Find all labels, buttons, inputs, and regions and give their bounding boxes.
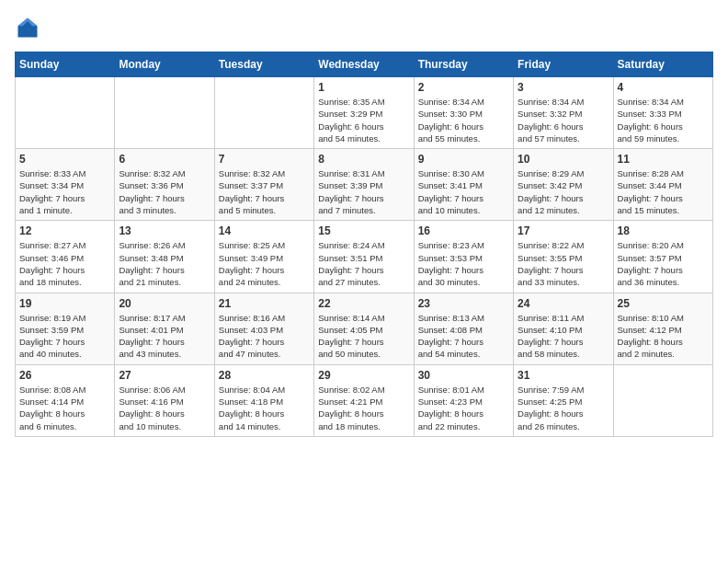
calendar-day-cell: 25Sunrise: 8:10 AM Sunset: 4:12 PM Dayli… [613, 293, 712, 364]
logo-icon [15, 15, 40, 40]
calendar-table: SundayMondayTuesdayWednesdayThursdayFrid… [15, 52, 713, 437]
day-number: 3 [518, 81, 609, 94]
day-number: 25 [618, 297, 709, 310]
day-info: Sunrise: 8:06 AM Sunset: 4:16 PM Dayligh… [119, 384, 210, 432]
day-number: 10 [518, 153, 609, 166]
calendar-day-cell: 7Sunrise: 8:32 AM Sunset: 3:37 PM Daylig… [214, 149, 313, 221]
day-number: 6 [119, 153, 210, 166]
calendar-day-cell: 3Sunrise: 8:34 AM Sunset: 3:32 PM Daylig… [514, 77, 613, 149]
day-info: Sunrise: 8:26 AM Sunset: 3:48 PM Dayligh… [119, 239, 210, 288]
calendar-day-cell: 28Sunrise: 8:04 AM Sunset: 4:18 PM Dayli… [214, 364, 313, 436]
day-number: 9 [418, 153, 509, 166]
day-info: Sunrise: 8:32 AM Sunset: 3:36 PM Dayligh… [119, 167, 210, 216]
day-info: Sunrise: 8:10 AM Sunset: 4:12 PM Dayligh… [618, 312, 709, 361]
day-info: Sunrise: 8:32 AM Sunset: 3:37 PM Dayligh… [219, 167, 310, 216]
day-of-week-header: Friday [514, 52, 613, 77]
day-number: 24 [518, 297, 609, 310]
calendar-day-cell: 21Sunrise: 8:16 AM Sunset: 4:03 PM Dayli… [214, 293, 313, 364]
calendar-day-cell [613, 364, 712, 436]
page-header [15, 15, 713, 40]
day-number: 5 [19, 153, 110, 166]
day-info: Sunrise: 8:25 AM Sunset: 3:49 PM Dayligh… [219, 239, 310, 288]
day-of-week-header: Saturday [613, 52, 712, 77]
calendar-day-cell: 29Sunrise: 8:02 AM Sunset: 4:21 PM Dayli… [314, 364, 414, 436]
calendar-day-cell: 8Sunrise: 8:31 AM Sunset: 3:39 PM Daylig… [314, 149, 414, 221]
day-info: Sunrise: 8:13 AM Sunset: 4:08 PM Dayligh… [418, 312, 509, 361]
day-number: 27 [119, 369, 210, 382]
day-number: 19 [19, 297, 110, 310]
day-number: 15 [318, 224, 409, 237]
calendar-day-cell: 16Sunrise: 8:23 AM Sunset: 3:53 PM Dayli… [414, 221, 513, 293]
calendar-week-row: 5Sunrise: 8:33 AM Sunset: 3:34 PM Daylig… [16, 149, 713, 221]
day-info: Sunrise: 8:34 AM Sunset: 3:33 PM Dayligh… [618, 96, 709, 144]
calendar-day-cell: 15Sunrise: 8:24 AM Sunset: 3:51 PM Dayli… [314, 221, 414, 293]
day-number: 4 [618, 81, 709, 94]
day-of-week-header: Wednesday [314, 52, 414, 77]
calendar-week-row: 12Sunrise: 8:27 AM Sunset: 3:46 PM Dayli… [16, 221, 713, 293]
day-number: 17 [518, 224, 609, 237]
day-info: Sunrise: 8:34 AM Sunset: 3:32 PM Dayligh… [518, 96, 609, 144]
calendar-day-cell: 27Sunrise: 8:06 AM Sunset: 4:16 PM Dayli… [115, 364, 214, 436]
calendar-header-row: SundayMondayTuesdayWednesdayThursdayFrid… [16, 52, 713, 77]
calendar-day-cell: 20Sunrise: 8:17 AM Sunset: 4:01 PM Dayli… [115, 293, 214, 364]
day-info: Sunrise: 8:23 AM Sunset: 3:53 PM Dayligh… [418, 239, 509, 288]
calendar-day-cell [115, 77, 214, 149]
day-number: 31 [518, 369, 609, 382]
day-number: 20 [119, 297, 210, 310]
calendar-day-cell: 11Sunrise: 8:28 AM Sunset: 3:44 PM Dayli… [613, 149, 712, 221]
day-info: Sunrise: 8:01 AM Sunset: 4:23 PM Dayligh… [418, 384, 509, 432]
day-info: Sunrise: 8:08 AM Sunset: 4:14 PM Dayligh… [19, 384, 110, 432]
calendar-day-cell: 31Sunrise: 7:59 AM Sunset: 4:25 PM Dayli… [514, 364, 613, 436]
calendar-day-cell: 12Sunrise: 8:27 AM Sunset: 3:46 PM Dayli… [16, 221, 115, 293]
calendar-day-cell: 24Sunrise: 8:11 AM Sunset: 4:10 PM Dayli… [514, 293, 613, 364]
calendar-day-cell: 26Sunrise: 8:08 AM Sunset: 4:14 PM Dayli… [16, 364, 115, 436]
day-info: Sunrise: 8:27 AM Sunset: 3:46 PM Dayligh… [19, 239, 110, 288]
day-info: Sunrise: 8:28 AM Sunset: 3:44 PM Dayligh… [618, 167, 709, 216]
day-info: Sunrise: 8:19 AM Sunset: 3:59 PM Dayligh… [19, 312, 110, 361]
day-info: Sunrise: 8:11 AM Sunset: 4:10 PM Dayligh… [518, 312, 609, 361]
day-number: 13 [119, 224, 210, 237]
day-of-week-header: Thursday [414, 52, 513, 77]
day-info: Sunrise: 8:29 AM Sunset: 3:42 PM Dayligh… [518, 167, 609, 216]
day-of-week-header: Monday [115, 52, 214, 77]
calendar-day-cell [214, 77, 313, 149]
day-info: Sunrise: 7:59 AM Sunset: 4:25 PM Dayligh… [518, 384, 609, 432]
calendar-day-cell: 22Sunrise: 8:14 AM Sunset: 4:05 PM Dayli… [314, 293, 414, 364]
calendar-week-row: 1Sunrise: 8:35 AM Sunset: 3:29 PM Daylig… [16, 77, 713, 149]
calendar-day-cell: 30Sunrise: 8:01 AM Sunset: 4:23 PM Dayli… [414, 364, 513, 436]
day-info: Sunrise: 8:20 AM Sunset: 3:57 PM Dayligh… [618, 239, 709, 288]
calendar-day-cell: 9Sunrise: 8:30 AM Sunset: 3:41 PM Daylig… [414, 149, 513, 221]
calendar-day-cell: 18Sunrise: 8:20 AM Sunset: 3:57 PM Dayli… [613, 221, 712, 293]
day-number: 8 [318, 153, 409, 166]
day-number: 29 [318, 369, 409, 382]
day-of-week-header: Tuesday [214, 52, 313, 77]
day-number: 23 [418, 297, 509, 310]
day-info: Sunrise: 8:35 AM Sunset: 3:29 PM Dayligh… [318, 96, 409, 144]
day-of-week-header: Sunday [16, 52, 115, 77]
calendar-day-cell: 2Sunrise: 8:34 AM Sunset: 3:30 PM Daylig… [414, 77, 513, 149]
day-number: 11 [618, 153, 709, 166]
calendar-day-cell: 10Sunrise: 8:29 AM Sunset: 3:42 PM Dayli… [514, 149, 613, 221]
day-number: 2 [418, 81, 509, 94]
calendar-day-cell: 13Sunrise: 8:26 AM Sunset: 3:48 PM Dayli… [115, 221, 214, 293]
day-number: 26 [19, 369, 110, 382]
day-info: Sunrise: 8:17 AM Sunset: 4:01 PM Dayligh… [119, 312, 210, 361]
day-info: Sunrise: 8:02 AM Sunset: 4:21 PM Dayligh… [318, 384, 409, 432]
day-info: Sunrise: 8:33 AM Sunset: 3:34 PM Dayligh… [19, 167, 110, 216]
day-info: Sunrise: 8:31 AM Sunset: 3:39 PM Dayligh… [318, 167, 409, 216]
calendar-day-cell: 6Sunrise: 8:32 AM Sunset: 3:36 PM Daylig… [115, 149, 214, 221]
day-info: Sunrise: 8:22 AM Sunset: 3:55 PM Dayligh… [518, 239, 609, 288]
day-number: 18 [618, 224, 709, 237]
day-info: Sunrise: 8:04 AM Sunset: 4:18 PM Dayligh… [219, 384, 310, 432]
calendar-day-cell: 17Sunrise: 8:22 AM Sunset: 3:55 PM Dayli… [514, 221, 613, 293]
day-number: 22 [318, 297, 409, 310]
calendar-day-cell: 1Sunrise: 8:35 AM Sunset: 3:29 PM Daylig… [314, 77, 414, 149]
day-info: Sunrise: 8:14 AM Sunset: 4:05 PM Dayligh… [318, 312, 409, 361]
day-number: 16 [418, 224, 509, 237]
calendar-week-row: 26Sunrise: 8:08 AM Sunset: 4:14 PM Dayli… [16, 364, 713, 436]
day-number: 28 [219, 369, 310, 382]
day-number: 1 [318, 81, 409, 94]
day-number: 12 [19, 224, 110, 237]
calendar-day-cell: 5Sunrise: 8:33 AM Sunset: 3:34 PM Daylig… [16, 149, 115, 221]
calendar-day-cell [16, 77, 115, 149]
